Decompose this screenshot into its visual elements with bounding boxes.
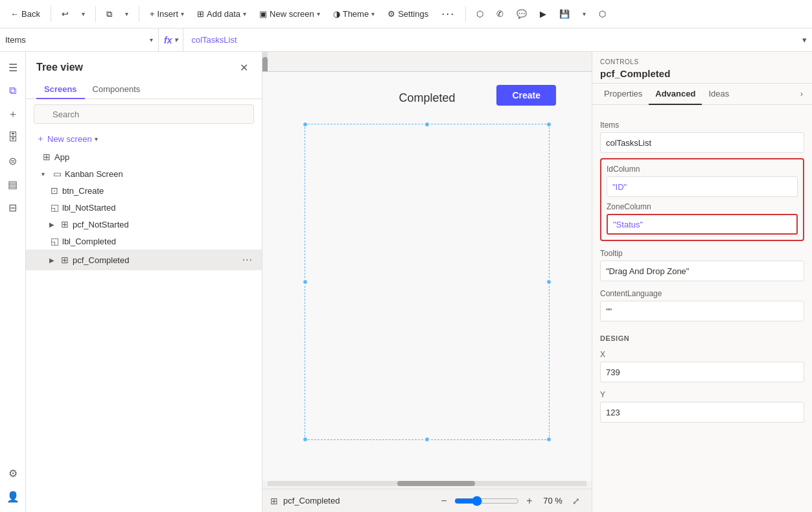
pcf-name-label: pcf_Completed [600,68,804,79]
insert-button[interactable]: + Insert ▾ [145,4,189,25]
save-button[interactable]: 💾 [554,4,575,25]
undo-chevron-button[interactable]: ▾ [76,4,90,25]
tree-item-pcf-completed[interactable]: ▶ ⊞ pcf_Completed ··· [26,250,262,270]
plus-icon: + [150,9,155,19]
share-button[interactable]: ⬡ [471,4,489,25]
handle-mr[interactable] [546,279,551,285]
handle-tr[interactable] [546,122,551,127]
play-icon: ▶ [540,9,546,19]
zone-column-input[interactable] [607,214,798,235]
comment-button[interactable]: 💬 [511,4,532,25]
id-column-input[interactable] [607,176,798,197]
handle-ml[interactable] [303,279,308,285]
property-value: Items [5,35,26,45]
back-label: Back [21,9,40,19]
pcf-completed-icon: ⊞ [60,255,70,265]
new-screen-plus-icon: ＋ [36,133,45,145]
data-icon-button[interactable]: 🗄 [3,127,23,148]
chevron-down-icon: ▾ [82,10,85,17]
kanban-screen-icon: ▭ [52,169,62,179]
tab-advanced[interactable]: Advanced [649,84,702,105]
handle-bm[interactable] [424,437,430,442]
tree-item-btn-create[interactable]: ⊡ btn_Create [26,182,262,199]
components-icon: ⊟ [8,202,17,214]
more-button[interactable]: ··· [436,4,460,25]
tree-search-input[interactable] [34,104,254,124]
new-screen-tree-chevron-icon: ▾ [95,135,98,143]
add-data-label: Add data [207,9,240,19]
publish-button[interactable]: ⬡ [594,4,611,25]
phone-icon: ✆ [496,9,504,19]
tree-item-lbl-notstarted[interactable]: ◱ lbl_NotStarted [26,199,262,216]
zoom-slider[interactable] [454,496,519,506]
right-panel-header: CONTROLS pcf_Completed [592,52,812,84]
property-select[interactable]: Items ▾ [0,29,159,51]
pcf-completed-more-button[interactable]: ··· [238,253,257,267]
media-icon-button[interactable]: ▤ [3,174,23,194]
user-icon-button[interactable]: 👤 [3,486,23,507]
canvas-frame[interactable]: Create Completed [262,71,592,481]
app-label: App [54,152,257,162]
save-chevron-button[interactable]: ▾ [577,4,591,25]
create-button[interactable]: Create [496,85,556,106]
formula-fx-button[interactable]: fx ▾ [159,29,183,51]
new-screen-tree-button[interactable]: ＋ New screen ▾ [26,129,262,148]
settings-button[interactable]: ⚙ Settings [382,4,434,25]
new-screen-button[interactable]: ▣ New screen ▾ [254,4,325,25]
handle-br[interactable] [546,437,551,442]
zoom-out-button[interactable]: − [436,493,452,509]
tree-item-kanban[interactable]: ▾ ▭ Kanban Screen [26,165,262,182]
right-panel-expand-button[interactable]: › [796,84,807,104]
hscroll-thumb [397,481,475,486]
copy-button[interactable]: ⧉ [101,4,117,25]
tab-components[interactable]: Components [85,80,148,99]
insert-icon-button[interactable]: ＋ [3,104,23,124]
app-icon: ⊞ [41,152,52,162]
copy-chevron-button[interactable]: ▾ [120,4,133,25]
tree-item-pcf-notstarted[interactable]: ▶ ⊞ pcf_NotStarted [26,216,262,233]
id-zone-group: IdColumn ZoneColumn [600,158,804,241]
add-data-chevron-icon: ▾ [243,10,246,17]
canvas-frame-wrap: Create Completed [262,65,592,481]
handle-tl[interactable] [303,122,308,127]
undo-button[interactable]: ↩ [56,4,74,25]
tree-close-button[interactable]: ✕ [236,60,251,75]
tree-search-area: 🔍 [26,99,262,129]
canvas-hscroll[interactable] [268,481,586,486]
zoom-in-button[interactable]: + [522,493,537,509]
menu-icon-button[interactable]: ☰ [3,57,23,78]
play-button[interactable]: ▶ [535,4,551,25]
new-screen-icon: ▣ [259,9,267,19]
lbl-notstarted-icon: ◱ [49,202,60,213]
tab-ideas[interactable]: Ideas [702,84,736,105]
content-language-input[interactable] [600,301,804,321]
publish-icon: ⬡ [599,9,606,19]
chevron-down-icon-2: ▾ [125,10,128,17]
tooltip-input[interactable] [600,261,804,281]
add-data-button[interactable]: ⊞ Add data ▾ [192,4,251,25]
handle-bl[interactable] [303,437,308,442]
formula-expand-button[interactable]: ▾ [797,35,812,45]
layers-icon-button[interactable]: ⧉ [3,80,23,101]
back-button[interactable]: ← Back [5,4,45,25]
expand-canvas-button[interactable]: ⤢ [568,493,584,509]
tree-item-lbl-completed[interactable]: ◱ lbl_Completed [26,233,262,250]
fx-label: fx [164,35,172,45]
tab-screens[interactable]: Screens [36,80,85,99]
formula-input[interactable] [183,35,797,45]
tree-item-app[interactable]: ⊞ App [26,148,262,165]
divider-1 [51,6,51,22]
btn-create-label: btn_Create [62,186,257,196]
canvas-scroll-area[interactable]: Create Completed [262,52,592,481]
handle-tm[interactable] [424,122,430,127]
y-input[interactable] [600,402,804,423]
phone-button[interactable]: ✆ [491,4,509,25]
theme-button[interactable]: ◑ Theme ▾ [328,4,380,25]
tab-properties[interactable]: Properties [597,84,649,105]
components-icon-button[interactable]: ⊟ [3,197,23,218]
lbl-notstarted-label: lbl_NotStarted [62,203,257,213]
variables-icon-button[interactable]: ⊜ [3,150,23,171]
x-input[interactable] [600,362,804,382]
items-input[interactable] [600,132,804,153]
settings-side-button[interactable]: ⚙ [3,463,23,483]
